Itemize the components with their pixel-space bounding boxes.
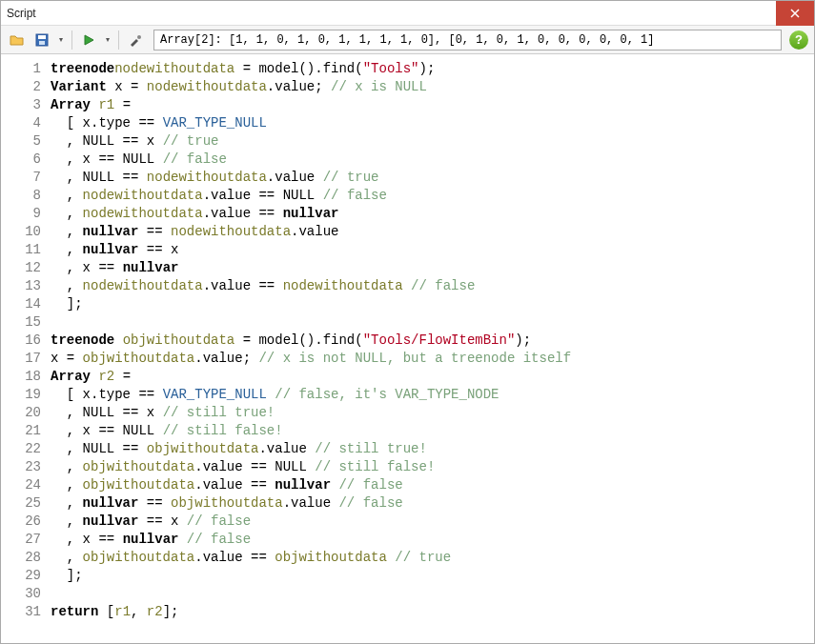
code-line[interactable]: , nullvar == nodewithoutdata.value [51,223,814,241]
code-line[interactable]: , objwithoutdata.value == objwithoutdata… [51,549,814,567]
run-button[interactable] [78,30,99,50]
code-line[interactable]: return [r1, r2]; [51,603,814,621]
code-line[interactable]: treenode objwithoutdata = model().find("… [51,332,814,350]
line-number: 6 [1,151,41,169]
code-line[interactable]: , nodewithoutdata.value == nodewithoutda… [51,277,814,295]
line-number: 30 [1,585,41,603]
window-title: Script [7,7,36,20]
code-content[interactable]: treenodenodewithoutdata = model().find("… [51,60,814,643]
line-number: 24 [1,476,41,494]
code-editor[interactable]: 1234567891011121314151617181920212223242… [1,54,814,643]
line-number: 28 [1,549,41,567]
code-line[interactable]: , NULL == nodewithoutdata.value // true [51,169,814,187]
line-number: 8 [1,187,41,205]
svg-rect-2 [39,41,45,45]
line-number: 5 [1,132,41,151]
code-line[interactable] [51,313,814,332]
code-line[interactable]: , x == nullvar // false [51,531,814,549]
line-number: 9 [1,205,41,223]
code-line[interactable]: x = objwithoutdata.value; // x is not NU… [51,350,814,368]
line-number: 11 [1,241,41,259]
line-number: 25 [1,494,41,513]
code-line[interactable]: , x == NULL // still false! [51,422,814,440]
code-line[interactable]: Variant x = nodewithoutdata.value; // x … [51,78,814,96]
code-line[interactable]: , nodewithoutdata.value == nullvar [51,205,814,223]
line-number: 7 [1,169,41,187]
line-number: 4 [1,114,41,132]
code-line[interactable]: treenodenodewithoutdata = model().find("… [51,60,814,78]
line-number: 13 [1,277,41,295]
toolbar: ▾ ▾ Array[2]: [1, 1, 0, 1, 0, 1, 1, 1, 1… [1,26,814,54]
line-number: 2 [1,78,41,96]
line-number: 12 [1,259,41,277]
line-number: 3 [1,96,41,114]
code-line[interactable]: , NULL == x // still true! [51,404,814,422]
line-number: 27 [1,531,41,549]
line-number: 31 [1,603,41,621]
line-number: 1 [1,60,41,78]
code-line[interactable]: [ x.type == VAR_TYPE_NULL [51,114,814,132]
code-line[interactable]: , nodewithoutdata.value == NULL // false [51,187,814,205]
line-number: 29 [1,567,41,585]
close-button[interactable] [776,1,814,26]
code-line[interactable]: [ x.type == VAR_TYPE_NULL // false, it's… [51,386,814,404]
separator [118,30,119,50]
code-line[interactable]: , NULL == objwithoutdata.value // still … [51,440,814,458]
help-button[interactable]: ? [789,30,808,50]
result-output[interactable]: Array[2]: [1, 1, 0, 1, 0, 1, 1, 1, 1, 0]… [153,30,782,50]
code-line[interactable]: , nullvar == x [51,241,814,259]
save-dropdown-icon[interactable]: ▾ [56,30,66,50]
code-line[interactable]: , nullvar == x // false [51,513,814,531]
code-line[interactable]: , objwithoutdata.value == nullvar // fal… [51,476,814,494]
line-number: 26 [1,513,41,531]
line-number: 14 [1,295,41,313]
window-titlebar: Script [1,1,814,26]
code-line[interactable] [51,585,814,603]
line-number: 22 [1,440,41,458]
code-line[interactable]: ]; [51,295,814,313]
line-number: 16 [1,332,41,350]
svg-rect-1 [38,35,46,39]
line-number: 10 [1,223,41,241]
code-line[interactable]: ]; [51,567,814,585]
svg-point-3 [137,35,141,39]
code-line[interactable]: Array r1 = [51,96,814,114]
line-number-gutter: 1234567891011121314151617181920212223242… [1,60,51,643]
line-number: 23 [1,458,41,476]
separator [71,30,72,50]
code-line[interactable]: , objwithoutdata.value == NULL // still … [51,458,814,476]
line-number: 21 [1,422,41,440]
code-line[interactable]: , x == nullvar [51,259,814,277]
line-number: 19 [1,386,41,404]
code-line[interactable]: , NULL == x // true [51,132,814,151]
code-line[interactable]: , nullvar == objwithoutdata.value // fal… [51,494,814,513]
line-number: 17 [1,350,41,368]
code-line[interactable]: , x == NULL // false [51,151,814,169]
run-dropdown-icon[interactable]: ▾ [103,30,112,50]
code-line[interactable]: Array r2 = [51,368,814,386]
save-button[interactable] [31,30,52,50]
line-number: 20 [1,404,41,422]
sampler-button[interactable] [125,30,146,50]
line-number: 18 [1,368,41,386]
line-number: 15 [1,313,41,332]
open-button[interactable] [7,30,28,50]
